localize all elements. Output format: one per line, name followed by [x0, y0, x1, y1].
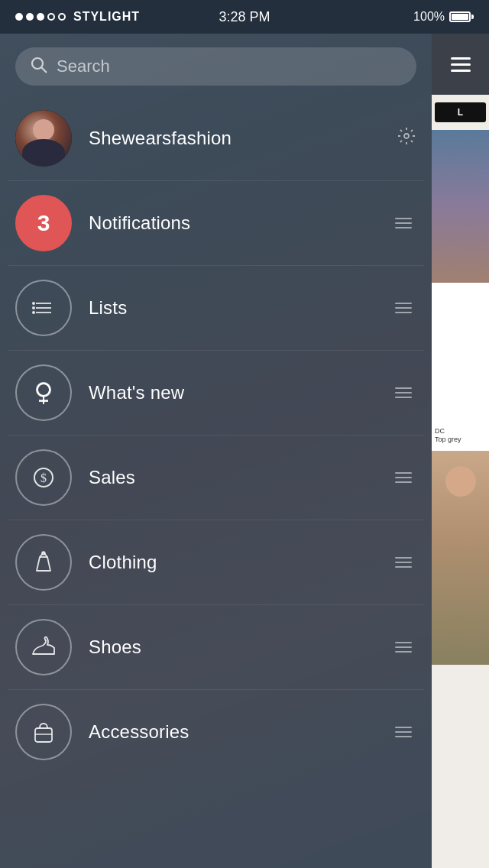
settings-icon[interactable]	[397, 126, 416, 151]
search-icon	[31, 57, 47, 76]
avatar	[15, 110, 72, 167]
svg-point-13	[37, 383, 50, 397]
signal-dot-1	[15, 13, 23, 21]
panel-card: DC Top grey	[432, 283, 489, 451]
hamburger-icon[interactable]	[451, 57, 471, 72]
notification-count: 3	[37, 210, 50, 236]
brand-button[interactable]: L	[435, 102, 486, 122]
panel-card-subtitle: Top grey	[435, 436, 486, 445]
svg-text:$: $	[40, 471, 47, 484]
signal-dot-3	[37, 13, 44, 21]
lists-label: Lists	[89, 297, 395, 319]
drag-handle	[395, 387, 412, 398]
drag-handle	[395, 557, 412, 568]
signal-indicator: STYLIGHT	[15, 10, 140, 24]
battery-indicator: 100%	[413, 10, 474, 24]
search-placeholder: Search	[57, 57, 110, 76]
sidebar-item-clothing[interactable]: Clothing	[8, 520, 424, 605]
accessories-label: Accessories	[89, 721, 395, 743]
main-wrapper: Search Shewearsfashion	[0, 34, 489, 868]
svg-rect-20	[35, 728, 52, 742]
battery-icon	[449, 11, 474, 22]
signal-dot-2	[26, 13, 34, 21]
status-bar: STYLIGHT 3:28 PM 100%	[0, 0, 489, 34]
accessories-icon-circle	[15, 704, 72, 760]
hamburger-line-3	[451, 70, 471, 72]
bag-icon	[29, 717, 58, 747]
svg-point-7	[32, 306, 35, 309]
drag-handle	[395, 727, 412, 737]
username-label: Shewearsfashion	[89, 128, 397, 149]
svg-point-8	[32, 311, 35, 314]
sidebar-item-notifications[interactable]: 3 Notifications	[8, 181, 424, 266]
search-bar-container[interactable]: Search	[0, 34, 432, 96]
battery-percentage: 100%	[413, 10, 445, 24]
time-display: 3:28 PM	[219, 9, 270, 25]
sidebar: Search Shewearsfashion	[0, 34, 432, 868]
clothing-label: Clothing	[89, 552, 395, 573]
shoes-label: Shoes	[89, 636, 395, 658]
drag-handle	[395, 642, 412, 653]
panel-card-title: DC	[435, 427, 486, 436]
menu-list: Shewearsfashion 3 Notifications	[0, 96, 432, 868]
whatsnew-label: What's new	[89, 382, 395, 403]
search-bar[interactable]: Search	[15, 47, 416, 86]
sidebar-item-whatsnew[interactable]: What's new	[8, 351, 424, 436]
dollar-icon: $	[29, 463, 58, 492]
svg-point-0	[32, 58, 43, 69]
drag-handle	[395, 303, 412, 313]
female-symbol	[29, 378, 58, 407]
sidebar-item-profile[interactable]: Shewearsfashion	[8, 96, 424, 181]
signal-dot-5	[58, 13, 66, 21]
list-icon	[30, 294, 57, 322]
carrier-label: STYLIGHT	[73, 10, 140, 24]
avatar-image	[15, 110, 72, 167]
dress-icon	[29, 548, 58, 577]
signal-dot-4	[47, 13, 55, 21]
shoe-icon	[28, 633, 59, 662]
clothing-icon-circle	[15, 534, 72, 591]
right-panel-header[interactable]	[432, 34, 489, 95]
sidebar-item-accessories[interactable]: Accessories	[8, 690, 424, 774]
whatsnew-icon-circle	[15, 364, 72, 421]
hamburger-line-2	[451, 63, 471, 66]
notifications-label: Notifications	[89, 212, 395, 234]
lists-icon-circle	[15, 280, 72, 336]
sales-icon-circle: $	[15, 449, 72, 506]
notification-badge: 3	[15, 195, 72, 251]
right-panel: L DC Top grey	[432, 34, 489, 868]
drag-handle	[395, 218, 412, 228]
sidebar-item-lists[interactable]: Lists	[8, 266, 424, 351]
sidebar-item-sales[interactable]: $ Sales	[8, 436, 424, 520]
hamburger-line-1	[451, 57, 471, 60]
sidebar-item-shoes[interactable]: Shoes	[8, 605, 424, 690]
drag-handle	[395, 472, 412, 483]
panel-image-1	[432, 130, 489, 283]
shoes-icon-circle	[15, 619, 72, 675]
svg-point-6	[32, 302, 35, 305]
sales-label: Sales	[89, 467, 395, 488]
panel-image-2	[432, 451, 489, 665]
svg-line-1	[42, 68, 47, 73]
svg-point-2	[404, 134, 409, 138]
